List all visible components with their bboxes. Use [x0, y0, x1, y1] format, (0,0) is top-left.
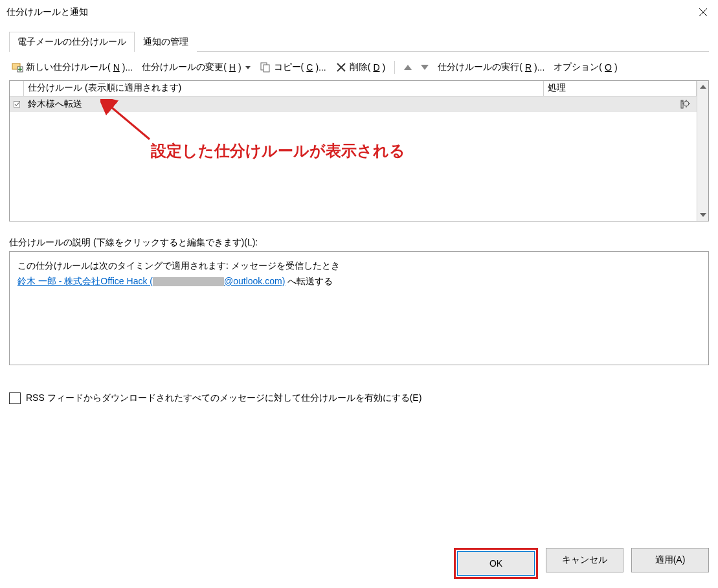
description-line2-suffix: へ転送する	[285, 276, 333, 286]
new-rule-label-pre: 新しい仕分けルール(	[26, 62, 111, 73]
window-title: 仕分けルールと通知	[6, 6, 88, 18]
description-line2: 鈴木 一郎 - 株式会社Office Hack (@outlook.com) へ…	[17, 274, 701, 289]
copy-label-pre: コピー(	[274, 62, 304, 73]
triangle-down-icon	[700, 213, 706, 217]
row-name: 鈴木様へ転送	[24, 98, 544, 110]
close-icon	[699, 8, 708, 17]
dropdown-icon	[245, 66, 251, 69]
run-rules-hotkey: R	[525, 62, 532, 73]
svg-rect-8	[14, 101, 19, 107]
close-button[interactable]	[688, 2, 718, 23]
annotation-text: 設定した仕分けルールが表示される	[151, 141, 405, 161]
description-label: 仕分けルールの説明 (下線をクリックすると編集できます)(L):	[9, 237, 709, 249]
ok-button[interactable]: OK	[457, 551, 535, 576]
options-button[interactable]: オプション(O)	[554, 62, 617, 73]
copy-icon	[260, 62, 271, 73]
rss-label: RSS フィードからダウンロードされたすべてのメッセージに対して仕分けルールを有…	[26, 392, 421, 404]
redacted-text	[153, 277, 224, 286]
rules-table-header: 仕分けルール (表示順に適用されます) 処理	[10, 81, 697, 96]
delete-label-pre: 削除(	[350, 62, 371, 73]
dialog-buttons: OK キャンセル 適用(A)	[454, 548, 709, 579]
header-name-col: 仕分けルール (表示順に適用されます)	[24, 81, 544, 96]
tab-strip: 電子メールの仕分けルール 通知の管理	[9, 31, 709, 52]
options-hotkey: O	[605, 62, 612, 73]
rules-table: 仕分けルール (表示順に適用されます) 処理 鈴木様へ転送	[9, 80, 709, 221]
change-rule-label-post: )	[238, 62, 241, 73]
rule-settings-icon	[680, 99, 693, 109]
rss-checkbox[interactable]	[9, 392, 21, 404]
cancel-button[interactable]: キャンセル	[546, 548, 623, 572]
tab-manage-alerts[interactable]: 通知の管理	[135, 32, 197, 52]
tab-email-rules[interactable]: 電子メールの仕分けルール	[9, 32, 135, 52]
row-action-icon-cell	[544, 99, 697, 109]
options-label-pre: オプション(	[554, 62, 602, 73]
change-rule-button[interactable]: 仕分けルールの変更(H)	[142, 62, 250, 73]
triangle-up-icon	[700, 85, 706, 89]
scrollbar[interactable]	[697, 81, 708, 221]
description-line1: この仕分けルールは次のタイミングで適用されます: メッセージを受信したとき	[17, 258, 701, 274]
run-rules-label-pre: 仕分けルールの実行(	[438, 62, 522, 73]
recipient-link[interactable]: 鈴木 一郎 - 株式会社Office Hack (@outlook.com)	[17, 276, 285, 286]
run-rules-button[interactable]: 仕分けルールの実行(R)...	[438, 62, 544, 73]
delete-label-post: )	[383, 62, 386, 73]
header-action-col: 処理	[544, 81, 697, 96]
toolbar: 新しい仕分けルール(N)... 仕分けルールの変更(H) コピー(C)... 削…	[9, 52, 709, 80]
titlebar: 仕分けルールと通知	[0, 0, 718, 25]
new-rule-hotkey: N	[113, 62, 120, 73]
copy-button[interactable]: コピー(C)...	[260, 62, 326, 73]
delete-hotkey: D	[373, 62, 379, 73]
copy-hotkey: C	[306, 62, 313, 73]
rss-checkbox-row[interactable]: RSS フィードからダウンロードされたすべてのメッセージに対して仕分けルールを有…	[9, 392, 709, 404]
change-rule-hotkey: H	[229, 62, 236, 73]
scroll-down-button[interactable]	[697, 209, 708, 221]
new-rule-button[interactable]: 新しい仕分けルール(N)...	[12, 62, 133, 73]
header-check-col	[10, 81, 24, 96]
row-checkbox[interactable]	[10, 99, 24, 109]
copy-label-post: )...	[315, 62, 326, 73]
new-rule-label-post: )...	[122, 62, 133, 73]
move-up-button[interactable]	[404, 65, 412, 70]
arrow-down-icon	[421, 65, 429, 70]
svg-point-10	[682, 101, 683, 102]
run-rules-label-post: )...	[534, 62, 544, 73]
delete-button[interactable]: 削除(D)	[335, 62, 385, 73]
ok-highlight-box: OK	[454, 548, 538, 579]
delete-icon	[335, 62, 347, 73]
checkbox-checked-icon	[14, 99, 20, 109]
arrow-up-icon	[404, 65, 412, 70]
toolbar-separator	[394, 61, 395, 74]
scroll-up-button[interactable]	[697, 81, 708, 93]
options-label-post: )	[614, 62, 618, 73]
move-down-button[interactable]	[421, 65, 429, 70]
change-rule-label-pre: 仕分けルールの変更(	[142, 62, 227, 73]
new-rule-icon	[12, 62, 23, 73]
table-row[interactable]: 鈴木様へ転送	[10, 96, 697, 112]
apply-button[interactable]: 適用(A)	[631, 548, 709, 572]
description-box: この仕分けルールは次のタイミングで適用されます: メッセージを受信したとき 鈴木…	[9, 251, 709, 365]
svg-rect-5	[264, 65, 269, 72]
